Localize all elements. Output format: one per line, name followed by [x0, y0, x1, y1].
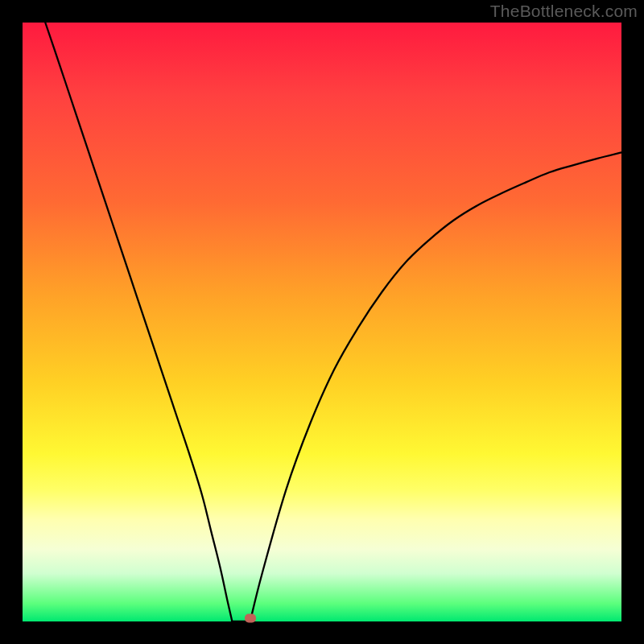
attribution-label: TheBottleneck.com — [490, 2, 638, 21]
chart-plot-area — [23, 23, 621, 621]
curve-svg — [23, 23, 621, 621]
bottleneck-curve — [45, 23, 621, 625]
chart-frame: TheBottleneck.com — [0, 0, 644, 644]
optimal-point-marker — [245, 613, 256, 622]
